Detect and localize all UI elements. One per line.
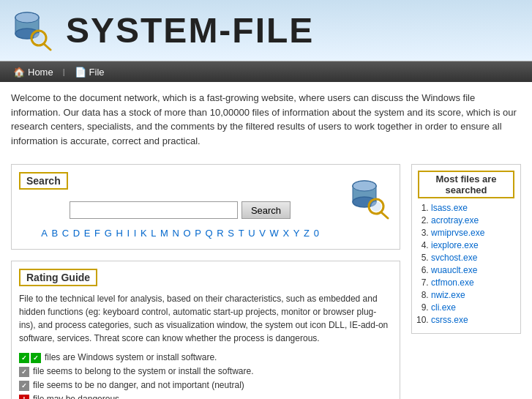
- alpha-link-f[interactable]: F: [94, 228, 100, 239]
- alpha-link-h[interactable]: H: [116, 228, 122, 239]
- alpha-link-x[interactable]: X: [282, 228, 289, 239]
- alpha-link-g[interactable]: G: [105, 228, 112, 239]
- rating-description: File to the technical level for analysis…: [19, 292, 392, 345]
- most-searched-section: Most files are searched lsass.exeacrotra…: [411, 164, 521, 334]
- alphabet-links: A B C D E F G H I I K L M N O P Q R S T …: [19, 225, 341, 242]
- header-logo: [11, 7, 55, 53]
- left-column: Search Search A B C D E F G H I I K L M …: [11, 164, 400, 399]
- list-item: csrss.exe: [431, 315, 514, 325]
- file-link[interactable]: cli.exe: [431, 302, 456, 313]
- right-column: Most files are searched lsass.exeacrotra…: [411, 164, 521, 399]
- file-link[interactable]: csrss.exe: [431, 315, 468, 325]
- rating-item: !file may be dangerous: [19, 394, 392, 399]
- alpha-link-y[interactable]: Y: [293, 228, 300, 239]
- search-db-icon: [348, 176, 392, 222]
- rating-item-text: file may be dangerous: [33, 394, 119, 399]
- alpha-link-d[interactable]: D: [73, 228, 80, 239]
- most-searched-list: lsass.exeacrotray.exewmiprvse.exeiexplor…: [418, 203, 514, 325]
- search-form: Search: [19, 195, 341, 225]
- alpha-link-n[interactable]: N: [173, 228, 179, 239]
- gray-check-icon: ✓: [19, 381, 29, 391]
- alpha-link-s[interactable]: S: [228, 228, 234, 239]
- main-content: Search Search A B C D E F G H I I K L M …: [0, 157, 532, 399]
- header: SYSTEM-FILE: [0, 0, 532, 61]
- alpha-link-i[interactable]: I: [127, 228, 130, 239]
- nav-file[interactable]: 📄 File: [69, 61, 110, 82]
- svg-line-5: [44, 44, 50, 50]
- alpha-link-p[interactable]: P: [195, 228, 201, 239]
- nav-separator: |: [63, 67, 65, 76]
- search-button[interactable]: Search: [241, 201, 291, 219]
- alpha-link-i[interactable]: I: [134, 228, 137, 239]
- welcome-section: Welcome to the document network, which i…: [0, 82, 532, 157]
- svg-point-6: [34, 33, 44, 43]
- alpha-link-e[interactable]: E: [84, 228, 91, 239]
- svg-point-13: [371, 201, 381, 212]
- file-link[interactable]: wuauclt.exe: [431, 265, 477, 275]
- file-link[interactable]: ctfmon.exe: [431, 277, 474, 288]
- alpha-link-m[interactable]: M: [160, 228, 168, 239]
- alpha-link-a[interactable]: A: [41, 228, 48, 239]
- rating-section: Rating Guide File to the technical level…: [11, 261, 400, 399]
- list-item: nwiz.exe: [431, 290, 514, 300]
- rating-item-text: file seems to be no danger, and not impo…: [33, 380, 244, 390]
- alpha-link-k[interactable]: K: [141, 228, 147, 239]
- list-item: cli.exe: [431, 302, 514, 313]
- rating-items: ✓✓files are Windows system or install so…: [19, 352, 392, 399]
- search-section-title: Search: [19, 172, 68, 190]
- list-item: acrotray.exe: [431, 215, 514, 225]
- list-item: svchost.exe: [431, 253, 514, 263]
- rating-item: ✓file seems to be no danger, and not imp…: [19, 380, 392, 391]
- list-item: lsass.exe: [431, 203, 514, 213]
- alpha-link-z[interactable]: Z: [304, 228, 310, 239]
- file-link[interactable]: iexplore.exe: [431, 240, 479, 250]
- svg-point-3: [15, 12, 39, 23]
- rating-item: ✓file seems to belong to the system or i…: [19, 366, 392, 377]
- most-searched-title: Most files are searched: [418, 171, 514, 198]
- alpha-link-u[interactable]: U: [248, 228, 255, 239]
- navbar: 🏠 Home | 📄 File: [0, 61, 532, 82]
- home-icon: 🏠: [13, 67, 25, 78]
- alpha-link-o[interactable]: O: [184, 228, 191, 239]
- file-icon: 📄: [75, 67, 86, 78]
- rating-item: ✓✓files are Windows system or install so…: [19, 352, 392, 363]
- list-item: ctfmon.exe: [431, 277, 514, 288]
- svg-line-12: [381, 212, 388, 218]
- rating-section-title: Rating Guide: [19, 269, 97, 286]
- alpha-link-0[interactable]: 0: [314, 228, 319, 239]
- alpha-link-c[interactable]: C: [62, 228, 69, 239]
- red-exclaim-icon: !: [19, 395, 29, 399]
- alpha-link-v[interactable]: V: [259, 228, 266, 239]
- alpha-link-r[interactable]: R: [217, 228, 223, 239]
- alpha-link-t[interactable]: T: [239, 228, 244, 239]
- nav-home[interactable]: 🏠 Home: [7, 61, 59, 82]
- file-link[interactable]: lsass.exe: [431, 203, 468, 213]
- alpha-link-w[interactable]: W: [270, 228, 279, 239]
- welcome-text: Welcome to the document network, which i…: [11, 91, 521, 148]
- svg-point-10: [353, 181, 376, 191]
- file-link[interactable]: acrotray.exe: [431, 215, 479, 225]
- file-link[interactable]: wmiprvse.exe: [431, 228, 484, 238]
- list-item: iexplore.exe: [431, 240, 514, 250]
- rating-item-text: file seems to belong to the system or in…: [33, 366, 253, 376]
- header-title: SYSTEM-FILE: [66, 10, 314, 51]
- list-item: wuauclt.exe: [431, 265, 514, 275]
- list-item: wmiprvse.exe: [431, 228, 514, 238]
- alpha-link-b[interactable]: B: [51, 228, 58, 239]
- green-check-icon: ✓: [19, 353, 29, 363]
- search-section: Search Search A B C D E F G H I I K L M …: [11, 164, 400, 250]
- search-input[interactable]: [70, 201, 238, 219]
- rating-item-text: files are Windows system or install soft…: [45, 352, 217, 362]
- alpha-link-l[interactable]: L: [151, 228, 156, 239]
- file-link[interactable]: nwiz.exe: [431, 290, 465, 300]
- alpha-link-q[interactable]: Q: [206, 228, 213, 239]
- green-check-icon: ✓: [31, 353, 41, 363]
- gray-check-icon: ✓: [19, 367, 29, 377]
- file-link[interactable]: svchost.exe: [431, 253, 477, 263]
